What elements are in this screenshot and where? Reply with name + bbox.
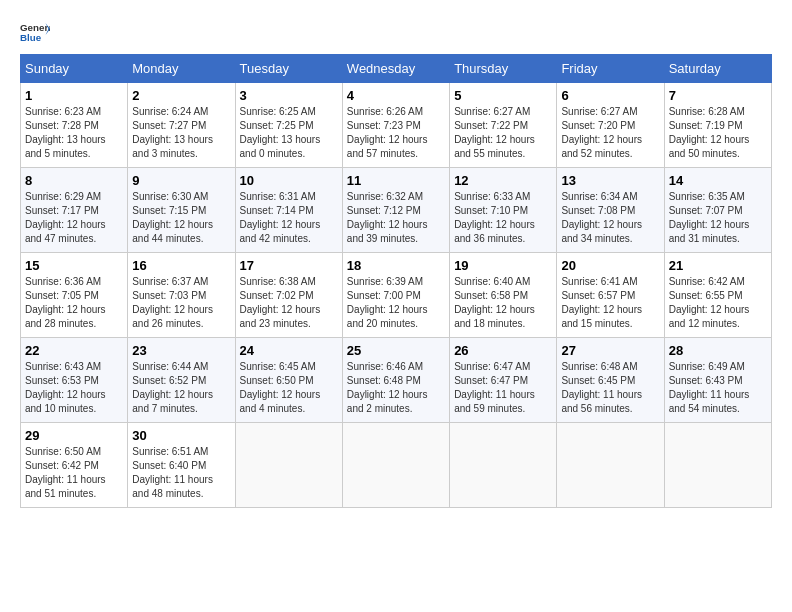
day-detail: Sunrise: 6:51 AMSunset: 6:40 PMDaylight:… (132, 445, 230, 501)
day-detail: Sunrise: 6:46 AMSunset: 6:48 PMDaylight:… (347, 360, 445, 416)
day-number: 19 (454, 258, 552, 273)
day-number: 28 (669, 343, 767, 358)
svg-text:General: General (20, 22, 50, 33)
calendar-cell (235, 423, 342, 508)
calendar-cell: 8Sunrise: 6:29 AMSunset: 7:17 PMDaylight… (21, 168, 128, 253)
day-number: 17 (240, 258, 338, 273)
calendar-cell: 27Sunrise: 6:48 AMSunset: 6:45 PMDayligh… (557, 338, 664, 423)
day-detail: Sunrise: 6:27 AMSunset: 7:20 PMDaylight:… (561, 105, 659, 161)
day-detail: Sunrise: 6:42 AMSunset: 6:55 PMDaylight:… (669, 275, 767, 331)
day-detail: Sunrise: 6:24 AMSunset: 7:27 PMDaylight:… (132, 105, 230, 161)
week-row-1: 1Sunrise: 6:23 AMSunset: 7:28 PMDaylight… (21, 83, 772, 168)
calendar-cell: 13Sunrise: 6:34 AMSunset: 7:08 PMDayligh… (557, 168, 664, 253)
column-header-thursday: Thursday (450, 55, 557, 83)
day-detail: Sunrise: 6:28 AMSunset: 7:19 PMDaylight:… (669, 105, 767, 161)
day-detail: Sunrise: 6:39 AMSunset: 7:00 PMDaylight:… (347, 275, 445, 331)
day-detail: Sunrise: 6:43 AMSunset: 6:53 PMDaylight:… (25, 360, 123, 416)
calendar-header-row: SundayMondayTuesdayWednesdayThursdayFrid… (21, 55, 772, 83)
day-detail: Sunrise: 6:44 AMSunset: 6:52 PMDaylight:… (132, 360, 230, 416)
day-number: 30 (132, 428, 230, 443)
day-detail: Sunrise: 6:35 AMSunset: 7:07 PMDaylight:… (669, 190, 767, 246)
day-number: 20 (561, 258, 659, 273)
calendar-cell: 15Sunrise: 6:36 AMSunset: 7:05 PMDayligh… (21, 253, 128, 338)
day-detail: Sunrise: 6:50 AMSunset: 6:42 PMDaylight:… (25, 445, 123, 501)
calendar-cell: 30Sunrise: 6:51 AMSunset: 6:40 PMDayligh… (128, 423, 235, 508)
calendar-cell (342, 423, 449, 508)
calendar-cell: 4Sunrise: 6:26 AMSunset: 7:23 PMDaylight… (342, 83, 449, 168)
day-number: 22 (25, 343, 123, 358)
calendar-cell: 14Sunrise: 6:35 AMSunset: 7:07 PMDayligh… (664, 168, 771, 253)
week-row-2: 8Sunrise: 6:29 AMSunset: 7:17 PMDaylight… (21, 168, 772, 253)
column-header-friday: Friday (557, 55, 664, 83)
day-number: 27 (561, 343, 659, 358)
day-number: 14 (669, 173, 767, 188)
day-detail: Sunrise: 6:23 AMSunset: 7:28 PMDaylight:… (25, 105, 123, 161)
day-detail: Sunrise: 6:27 AMSunset: 7:22 PMDaylight:… (454, 105, 552, 161)
column-header-monday: Monday (128, 55, 235, 83)
day-number: 15 (25, 258, 123, 273)
calendar-cell: 25Sunrise: 6:46 AMSunset: 6:48 PMDayligh… (342, 338, 449, 423)
day-number: 8 (25, 173, 123, 188)
day-number: 11 (347, 173, 445, 188)
calendar-cell: 29Sunrise: 6:50 AMSunset: 6:42 PMDayligh… (21, 423, 128, 508)
day-detail: Sunrise: 6:41 AMSunset: 6:57 PMDaylight:… (561, 275, 659, 331)
calendar-cell: 10Sunrise: 6:31 AMSunset: 7:14 PMDayligh… (235, 168, 342, 253)
calendar-cell: 11Sunrise: 6:32 AMSunset: 7:12 PMDayligh… (342, 168, 449, 253)
column-header-tuesday: Tuesday (235, 55, 342, 83)
day-number: 1 (25, 88, 123, 103)
day-number: 12 (454, 173, 552, 188)
day-number: 21 (669, 258, 767, 273)
day-detail: Sunrise: 6:38 AMSunset: 7:02 PMDaylight:… (240, 275, 338, 331)
calendar-cell: 19Sunrise: 6:40 AMSunset: 6:58 PMDayligh… (450, 253, 557, 338)
day-detail: Sunrise: 6:48 AMSunset: 6:45 PMDaylight:… (561, 360, 659, 416)
day-number: 29 (25, 428, 123, 443)
calendar-cell: 1Sunrise: 6:23 AMSunset: 7:28 PMDaylight… (21, 83, 128, 168)
day-number: 4 (347, 88, 445, 103)
calendar-cell (450, 423, 557, 508)
day-number: 2 (132, 88, 230, 103)
day-number: 5 (454, 88, 552, 103)
week-row-3: 15Sunrise: 6:36 AMSunset: 7:05 PMDayligh… (21, 253, 772, 338)
calendar-cell: 22Sunrise: 6:43 AMSunset: 6:53 PMDayligh… (21, 338, 128, 423)
column-header-sunday: Sunday (21, 55, 128, 83)
calendar-cell: 20Sunrise: 6:41 AMSunset: 6:57 PMDayligh… (557, 253, 664, 338)
day-number: 7 (669, 88, 767, 103)
calendar-cell: 24Sunrise: 6:45 AMSunset: 6:50 PMDayligh… (235, 338, 342, 423)
day-detail: Sunrise: 6:45 AMSunset: 6:50 PMDaylight:… (240, 360, 338, 416)
calendar-cell: 17Sunrise: 6:38 AMSunset: 7:02 PMDayligh… (235, 253, 342, 338)
calendar-cell: 7Sunrise: 6:28 AMSunset: 7:19 PMDaylight… (664, 83, 771, 168)
day-detail: Sunrise: 6:29 AMSunset: 7:17 PMDaylight:… (25, 190, 123, 246)
day-number: 6 (561, 88, 659, 103)
week-row-5: 29Sunrise: 6:50 AMSunset: 6:42 PMDayligh… (21, 423, 772, 508)
day-number: 3 (240, 88, 338, 103)
day-number: 10 (240, 173, 338, 188)
day-detail: Sunrise: 6:36 AMSunset: 7:05 PMDaylight:… (25, 275, 123, 331)
calendar-table: SundayMondayTuesdayWednesdayThursdayFrid… (20, 54, 772, 508)
calendar-cell: 26Sunrise: 6:47 AMSunset: 6:47 PMDayligh… (450, 338, 557, 423)
calendar-cell: 18Sunrise: 6:39 AMSunset: 7:00 PMDayligh… (342, 253, 449, 338)
calendar-cell: 5Sunrise: 6:27 AMSunset: 7:22 PMDaylight… (450, 83, 557, 168)
logo-icon: General Blue (20, 20, 50, 44)
calendar-cell: 6Sunrise: 6:27 AMSunset: 7:20 PMDaylight… (557, 83, 664, 168)
week-row-4: 22Sunrise: 6:43 AMSunset: 6:53 PMDayligh… (21, 338, 772, 423)
day-number: 16 (132, 258, 230, 273)
day-detail: Sunrise: 6:37 AMSunset: 7:03 PMDaylight:… (132, 275, 230, 331)
day-detail: Sunrise: 6:49 AMSunset: 6:43 PMDaylight:… (669, 360, 767, 416)
calendar-cell (664, 423, 771, 508)
calendar-cell: 23Sunrise: 6:44 AMSunset: 6:52 PMDayligh… (128, 338, 235, 423)
day-number: 13 (561, 173, 659, 188)
day-number: 9 (132, 173, 230, 188)
day-number: 24 (240, 343, 338, 358)
day-detail: Sunrise: 6:26 AMSunset: 7:23 PMDaylight:… (347, 105, 445, 161)
column-header-saturday: Saturday (664, 55, 771, 83)
column-header-wednesday: Wednesday (342, 55, 449, 83)
day-detail: Sunrise: 6:30 AMSunset: 7:15 PMDaylight:… (132, 190, 230, 246)
day-number: 23 (132, 343, 230, 358)
calendar-cell: 12Sunrise: 6:33 AMSunset: 7:10 PMDayligh… (450, 168, 557, 253)
day-detail: Sunrise: 6:40 AMSunset: 6:58 PMDaylight:… (454, 275, 552, 331)
calendar-cell: 16Sunrise: 6:37 AMSunset: 7:03 PMDayligh… (128, 253, 235, 338)
calendar-cell: 9Sunrise: 6:30 AMSunset: 7:15 PMDaylight… (128, 168, 235, 253)
calendar-cell: 3Sunrise: 6:25 AMSunset: 7:25 PMDaylight… (235, 83, 342, 168)
day-detail: Sunrise: 6:34 AMSunset: 7:08 PMDaylight:… (561, 190, 659, 246)
day-number: 26 (454, 343, 552, 358)
